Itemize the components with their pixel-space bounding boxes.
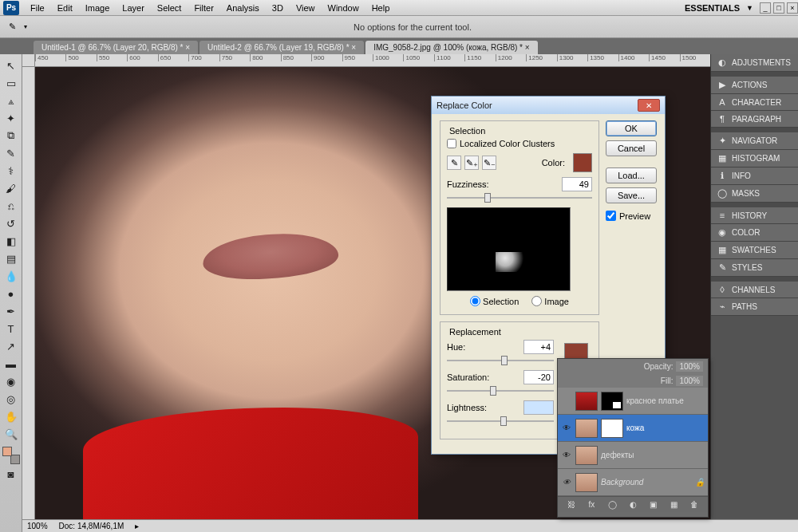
panel-character[interactable]: ACHARACTER (711, 94, 798, 111)
close-button[interactable]: × (787, 2, 798, 14)
quickmask-toggle[interactable]: ◙ (2, 466, 20, 482)
3d-cam-tool[interactable]: ◎ (2, 391, 20, 407)
menu-file[interactable]: File (24, 2, 51, 14)
localized-clusters-checkbox[interactable] (447, 139, 456, 148)
layer-thumbnail[interactable] (575, 419, 598, 438)
panel-histogram[interactable]: ▦HISTOGRAM (711, 150, 798, 167)
saturation-slider[interactable] (447, 386, 554, 396)
selection-color-swatch[interactable] (573, 153, 592, 172)
ok-button[interactable]: OK (606, 120, 657, 136)
save-button[interactable]: Save... (606, 187, 657, 203)
menu-layer[interactable]: Layer (116, 2, 151, 14)
visibility-icon[interactable]: 👁 (561, 477, 572, 488)
load-button[interactable]: Load... (606, 167, 657, 183)
hand-tool[interactable]: ✋ (2, 408, 20, 424)
minimize-button[interactable]: _ (760, 2, 771, 14)
eyedropper-plus-icon[interactable]: ✎₊ (464, 156, 479, 170)
gradient-tool[interactable]: ▤ (2, 250, 20, 266)
mask-thumbnail[interactable] (601, 392, 623, 411)
document-tab[interactable]: Untitled-1 @ 66.7% (Layer 20, RGB/8) * × (34, 41, 198, 54)
blur-tool[interactable]: 💧 (2, 268, 20, 284)
pen-tool[interactable]: ✒ (2, 303, 20, 319)
panel-styles[interactable]: ✎STYLES (711, 259, 798, 277)
image-radio[interactable] (531, 296, 542, 306)
fuzziness-input[interactable] (562, 177, 592, 191)
fg-bg-colors[interactable] (2, 447, 20, 464)
panel-swatches[interactable]: ▦SWATCHES (711, 242, 798, 259)
lightness-slider[interactable] (447, 416, 554, 426)
hue-slider[interactable] (447, 356, 554, 365)
document-tab[interactable]: IMG_9058-2.jpg @ 100% (кожа, RGB/8) * × (365, 41, 537, 54)
lasso-tool[interactable]: ⟁ (2, 93, 20, 108)
eyedropper-minus-icon[interactable]: ✎₋ (482, 156, 496, 170)
layer-row[interactable]: красное платье (558, 388, 708, 415)
close-icon[interactable]: ✕ (638, 99, 660, 112)
marquee-tool[interactable]: ▭ (2, 75, 20, 91)
history-brush-tool[interactable]: ↺ (2, 215, 20, 231)
selection-radio[interactable] (470, 296, 480, 306)
panel-history[interactable]: ≡HISTORY (711, 207, 798, 224)
opacity-value[interactable]: 100% (676, 361, 703, 372)
cancel-button[interactable]: Cancel (606, 140, 657, 156)
mask-thumbnail[interactable] (601, 419, 623, 438)
zoom-level[interactable]: 100% (27, 522, 48, 530)
menu-3d[interactable]: 3D (266, 2, 290, 14)
panel-paths[interactable]: ⌁PATHS (711, 298, 798, 316)
fuzziness-slider[interactable] (447, 193, 592, 203)
menu-filter[interactable]: Filter (188, 2, 219, 14)
mask-icon[interactable]: ◯ (608, 500, 617, 509)
trash-icon[interactable]: 🗑 (690, 500, 698, 509)
visibility-icon[interactable]: 👁 (561, 450, 572, 461)
panel-paragraph[interactable]: ¶PARAGRAPH (711, 111, 798, 128)
layer-row[interactable]: 👁кожа (558, 415, 708, 442)
path-tool[interactable]: ↗ (2, 338, 20, 354)
type-tool[interactable]: T (2, 321, 20, 337)
layer-row[interactable]: 👁дефекты (558, 442, 708, 469)
panel-actions[interactable]: ▶ACTIONS (711, 77, 798, 94)
document-tab[interactable]: Untitled-2 @ 66.7% (Layer 19, RGB/8) * × (200, 41, 364, 54)
move-tool[interactable]: ↖ (2, 57, 20, 73)
visibility-icon[interactable] (561, 396, 572, 407)
fx-icon[interactable]: fx (588, 500, 595, 509)
hue-input[interactable] (523, 340, 554, 354)
brush-tool[interactable]: 🖌 (2, 180, 20, 196)
menu-image[interactable]: Image (79, 2, 117, 14)
panel-channels[interactable]: ◊CHANNELS (711, 282, 798, 298)
lightness-input[interactable] (523, 400, 554, 415)
panel-navigator[interactable]: ✦NAVIGATOR (711, 132, 798, 150)
layer-thumbnail[interactable] (575, 446, 598, 465)
panel-color[interactable]: ◉COLOR (711, 224, 798, 242)
panel-info[interactable]: ℹINFO (711, 167, 798, 185)
visibility-icon[interactable]: 👁 (561, 423, 572, 434)
ruler-vertical[interactable] (22, 67, 35, 519)
layer-row[interactable]: 👁Background🔒 (558, 469, 708, 496)
heal-tool[interactable]: ⚕ (2, 163, 20, 179)
zoom-tool[interactable]: 🔍 (2, 426, 20, 442)
layer-thumbnail[interactable] (575, 473, 598, 492)
new-layer-icon[interactable]: ▦ (670, 500, 678, 509)
stamp-tool[interactable]: ⎌ (2, 198, 20, 214)
link-icon[interactable]: ⛓ (567, 500, 575, 509)
eraser-tool[interactable]: ◧ (2, 233, 20, 249)
eyedropper-icon[interactable]: ✎ (447, 156, 461, 170)
maximize-button[interactable]: □ (773, 2, 784, 14)
dodge-tool[interactable]: ● (2, 286, 20, 301)
shape-tool[interactable]: ▬ (2, 356, 20, 372)
eyedropper-tool[interactable]: ✎ (2, 145, 20, 161)
chevron-right-icon[interactable]: ▸ (135, 522, 139, 530)
crop-tool[interactable]: ⧉ (2, 128, 20, 144)
chevron-down-icon[interactable]: ▼ (746, 4, 753, 12)
folder-icon[interactable]: ▣ (650, 500, 657, 509)
wand-tool[interactable]: ✦ (2, 110, 20, 126)
ruler-horizontal[interactable]: 4505005506006507007508008509009501000105… (35, 54, 710, 67)
menu-edit[interactable]: Edit (51, 2, 79, 14)
dialog-titlebar[interactable]: Replace Color ✕ (432, 97, 665, 114)
menu-window[interactable]: Window (322, 2, 365, 14)
menu-view[interactable]: View (290, 2, 322, 14)
fill-value[interactable]: 100% (676, 376, 703, 386)
panel-masks[interactable]: ◯MASKS (711, 185, 798, 203)
menu-select[interactable]: Select (151, 2, 188, 14)
3d-tool[interactable]: ◉ (2, 373, 20, 389)
layer-thumbnail[interactable] (575, 392, 598, 411)
adjustment-icon[interactable]: ◐ (630, 500, 637, 509)
